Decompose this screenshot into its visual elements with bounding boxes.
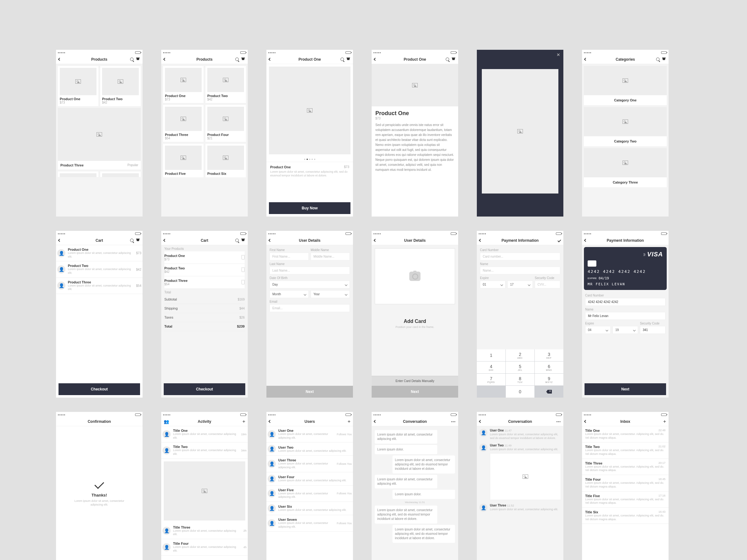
checkout-button[interactable]: Checkout (58, 383, 140, 395)
product-tile[interactable]: Product Four$21 (205, 105, 246, 142)
cart-icon[interactable] (136, 239, 140, 242)
cvv-input[interactable]: 341 (640, 326, 666, 334)
product-tile[interactable]: Product One$73 (163, 66, 204, 103)
product-tile[interactable]: Product Five (163, 144, 204, 177)
trash-icon[interactable] (241, 256, 244, 260)
search-icon[interactable] (130, 58, 133, 61)
trash-icon[interactable] (241, 268, 244, 272)
checkout-button[interactable]: Checkout (164, 383, 245, 395)
enter-manually-button[interactable]: Enter Card Details Manually (371, 376, 458, 386)
key-1[interactable]: 1 (477, 349, 506, 361)
category-tile[interactable]: Category Two (584, 107, 667, 146)
inbox-row[interactable]: Title Two21:02Lorem ipsum dolor sit amet… (582, 443, 669, 459)
message-right[interactable]: Lorem ipsum dolor. (392, 490, 455, 499)
middle-name-input[interactable]: Middle Name... (311, 252, 350, 260)
user-row[interactable]: 👤User TwoLorem ipsum dolor sit amet, con… (266, 443, 353, 456)
product-image[interactable] (269, 66, 351, 154)
back-icon[interactable] (479, 420, 482, 423)
back-icon[interactable] (268, 58, 272, 61)
message-row[interactable]: 👤 User One 11:47Lorem ipsum dolor sit am… (479, 429, 561, 440)
next-button[interactable]: Next (585, 383, 666, 395)
cart-row[interactable]: Product Three$54 (164, 276, 244, 289)
search-icon[interactable] (130, 239, 133, 242)
search-icon[interactable] (235, 239, 239, 242)
card-name-input[interactable]: Name... (480, 267, 560, 274)
message-left[interactable]: Lorem ipsum dolor. (375, 445, 437, 454)
back-icon[interactable] (479, 239, 482, 242)
back-icon[interactable] (163, 58, 166, 61)
user-row[interactable]: 👤User ThreeLorem ipsum dolor sit amet, c… (266, 456, 353, 472)
inbox-row[interactable]: Title Five17:16Lorem ipsum dolor sit ame… (582, 491, 669, 508)
key-8[interactable]: 8TUV (506, 374, 535, 385)
next-button[interactable]: Next (371, 386, 458, 398)
activity-row[interactable]: 👤Title ThreeLorem ipsum dolor sit amet, … (161, 523, 248, 539)
message-left[interactable]: Lorem ipsum dolor sit amet, consectetur … (375, 506, 437, 524)
category-tile[interactable]: Category Three (584, 148, 667, 187)
message-image[interactable] (490, 453, 561, 500)
card-name-input[interactable]: Mr Felix Levan (585, 312, 666, 320)
next-button[interactable]: Next (266, 386, 353, 398)
back-icon[interactable] (374, 239, 377, 242)
activity-row[interactable]: 👤Title OneLorem ipsum dolor sit amet, co… (161, 426, 248, 443)
message-right[interactable]: Lorem ipsum dolor sit amet, consectetur … (392, 455, 455, 474)
cart-row[interactable]: 👤Product OneLorem ipsum dolor sit amet, … (56, 245, 143, 261)
email-input[interactable]: Email... (269, 304, 350, 312)
product-tile[interactable]: Product Three$54 (163, 105, 204, 142)
day-select[interactable]: Day (269, 281, 350, 288)
check-icon[interactable] (558, 239, 561, 242)
cvv-input[interactable]: CVV... (535, 281, 560, 288)
product-tile[interactable]: Product Two $42 (100, 66, 141, 106)
activity-row[interactable]: 👤Title FourLorem ipsum dolor sit amet, c… (161, 539, 248, 555)
search-icon[interactable] (235, 58, 239, 61)
user-row[interactable]: 👤User FiveLorem ipsum dolor sit amet, co… (266, 486, 353, 502)
search-icon[interactable] (656, 58, 660, 61)
plus-icon[interactable]: + (348, 419, 351, 424)
cart-icon[interactable] (136, 58, 140, 61)
back-icon[interactable] (58, 58, 61, 61)
cart-icon[interactable] (346, 58, 351, 61)
back-icon[interactable] (584, 58, 587, 61)
inbox-row[interactable]: Title Three20:17Lorem ipsum dolor sit am… (582, 459, 669, 475)
user-row[interactable]: 👤User SevenLorem ipsum dolor sit amet, c… (266, 515, 353, 531)
key-backspace[interactable] (535, 386, 563, 398)
year-select[interactable]: Year (311, 290, 350, 298)
back-icon[interactable] (58, 239, 61, 242)
month-select[interactable]: Month (269, 290, 309, 298)
cart-row[interactable]: 👤Product ThreeLorem ipsum dolor sit amet… (56, 278, 143, 294)
key-2[interactable]: 2ABC (506, 349, 535, 361)
key-9[interactable]: 9WXYZ (535, 374, 563, 385)
last-name-input[interactable]: Last Name... (269, 267, 350, 274)
key-3[interactable]: 3DEF (535, 349, 563, 361)
fullscreen-image[interactable] (482, 69, 558, 193)
expire-month-select[interactable]: 04 (585, 326, 611, 334)
card-number-input[interactable]: 4242 4242 4242 4242 (585, 298, 666, 306)
product-tile[interactable] (100, 171, 141, 177)
back-icon[interactable] (374, 58, 377, 61)
message-row[interactable]: 👤 User Three 11:52Lorem ipsum dolor sit … (479, 504, 561, 512)
people-icon[interactable]: 👥 (164, 419, 169, 424)
expire-month-select[interactable]: 01 (480, 281, 506, 288)
product-image[interactable] (371, 64, 458, 106)
product-tile[interactable] (58, 171, 98, 177)
user-row[interactable]: 👤User OneLorem ipsum dolor sit amet, con… (266, 426, 353, 443)
search-icon[interactable] (446, 58, 449, 61)
cart-row[interactable]: 👤Product TwoLorem ipsum dolor sit amet, … (56, 261, 143, 277)
back-icon[interactable] (163, 239, 166, 242)
plus-icon[interactable]: + (242, 419, 245, 424)
key-7[interactable]: 7PQRS (477, 374, 506, 385)
back-icon[interactable] (374, 420, 377, 423)
activity-image[interactable] (161, 459, 248, 523)
card-number-input[interactable]: Card number... (480, 252, 560, 260)
back-icon[interactable] (584, 420, 587, 423)
card-frame[interactable] (375, 248, 455, 304)
cart-icon[interactable] (662, 58, 666, 61)
cart-icon[interactable] (452, 58, 456, 61)
product-tile[interactable]: Product One $73 (58, 66, 98, 106)
user-row[interactable]: 👤User SixLorem ipsum dolor sit amet, con… (266, 502, 353, 515)
more-icon[interactable]: ••• (451, 420, 456, 423)
user-row[interactable]: 👤User FourLorem ipsum dolor sit amet, co… (266, 472, 353, 486)
inbox-row[interactable]: Title Six16:43Lorem ipsum dolor sit amet… (582, 508, 669, 524)
plus-icon[interactable]: + (663, 419, 666, 424)
close-icon[interactable]: ✕ (557, 52, 560, 56)
back-icon[interactable] (268, 239, 272, 242)
